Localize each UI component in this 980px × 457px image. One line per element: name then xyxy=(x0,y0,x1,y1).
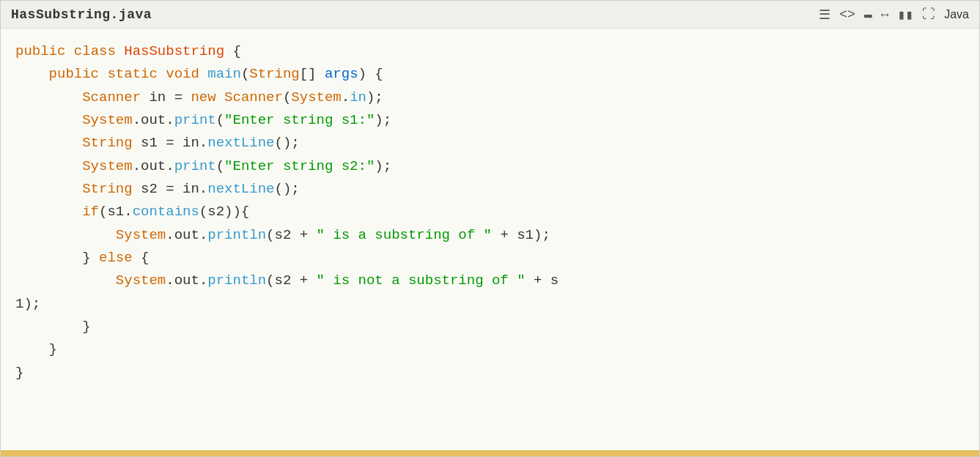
code-area[interactable]: public class HasSubstring { public stati… xyxy=(1,29,979,450)
code-line: public static void main(String[] args) { xyxy=(15,63,965,86)
code-line: System.out.println(s2 + " is a substring… xyxy=(15,224,965,247)
language-label: Java xyxy=(944,8,969,21)
code-line: } xyxy=(15,362,965,384)
menu-icon[interactable]: ☰ xyxy=(819,7,830,23)
title-bar-right: ☰ <> ▬ ↔ ▮▮ ⛶ Java xyxy=(819,7,969,23)
code-line: String s1 = in.nextLine(); xyxy=(15,132,965,155)
editor-window: HasSubstring.java ☰ <> ▬ ↔ ▮▮ ⛶ Java pub… xyxy=(0,0,980,457)
code-line: 1); xyxy=(15,293,965,316)
expand-icon[interactable]: ⛶ xyxy=(922,7,935,22)
code-icon[interactable]: <> xyxy=(839,7,855,22)
code-line: Scanner in = new Scanner(System.in); xyxy=(15,86,965,109)
code-line: } xyxy=(15,338,965,361)
layout-icon[interactable]: ▬ xyxy=(864,7,872,22)
title-bar-left: HasSubstring.java xyxy=(11,7,152,22)
bottom-bar xyxy=(1,450,979,456)
swap-icon[interactable]: ↔ xyxy=(881,7,889,22)
code-line: System.out.print("Enter string s1:"); xyxy=(15,109,965,132)
code-line: String s2 = in.nextLine(); xyxy=(15,178,965,201)
code-line: System.out.println(s2 + " is not a subst… xyxy=(15,270,965,292)
title-bar: HasSubstring.java ☰ <> ▬ ↔ ▮▮ ⛶ Java xyxy=(1,1,979,29)
code-line: } else { xyxy=(15,247,965,270)
code-line: } xyxy=(15,316,965,338)
code-line: if(s1.contains(s2)){ xyxy=(15,201,965,223)
file-title: HasSubstring.java xyxy=(11,7,152,22)
code-line: System.out.print("Enter string s2:"); xyxy=(15,155,965,178)
columns-icon[interactable]: ▮▮ xyxy=(898,7,914,23)
code-line: public class HasSubstring { xyxy=(15,40,965,63)
